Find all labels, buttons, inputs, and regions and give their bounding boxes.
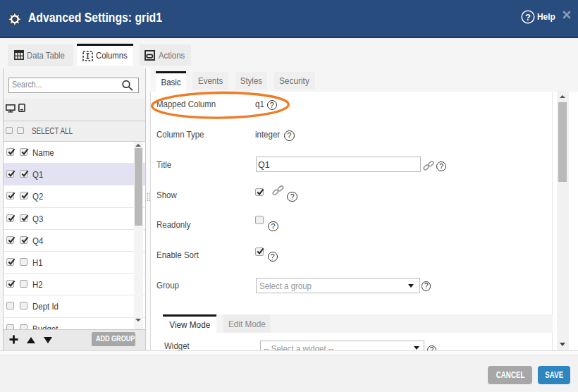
svg-text:?: ? [525,12,531,23]
